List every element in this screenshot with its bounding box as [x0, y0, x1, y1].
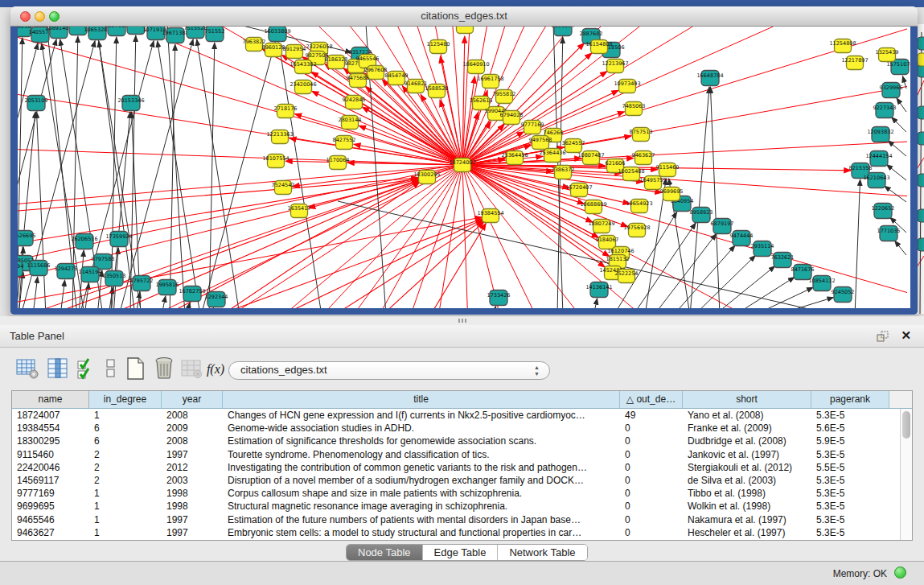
show-columns-icon[interactable]	[45, 356, 71, 382]
tab-network-table[interactable]: Network Table	[498, 545, 586, 560]
graph-node[interactable]: 16543382	[290, 60, 316, 74]
table-row[interactable]: 911546021997Tourette syndrome. Phenomeno…	[12, 448, 912, 461]
graph-node[interactable]: 1350513	[103, 271, 126, 286]
window-title-bar[interactable]: citations_edges.txt	[10, 6, 918, 27]
graph-node[interactable]: 1145194	[79, 267, 102, 282]
graph-edge[interactable]	[211, 307, 213, 308]
graph-node[interactable]: 9227343	[873, 103, 897, 118]
graph-node[interactable]: 7386372	[552, 166, 575, 179]
graph-node[interactable]: 9474444	[730, 231, 754, 246]
table-row[interactable]: 1938455462009Genome-wide association stu…	[12, 422, 912, 435]
column-header-out_de[interactable]: △ out_de…	[620, 391, 683, 408]
graph-edge[interactable]	[33, 277, 38, 308]
graph-node[interactable]: 9463627	[632, 151, 655, 165]
graph-node[interactable]: 19756928	[623, 224, 650, 237]
table-row[interactable]: 977716911998Corpus callosum shape and si…	[12, 487, 912, 500]
close-window-button[interactable]	[20, 11, 31, 22]
graph-node[interactable]: 18107554	[262, 154, 289, 168]
graph-node[interactable]: 1771035	[877, 226, 901, 241]
graph-node[interactable]: 19654923	[626, 200, 652, 213]
graph-node[interactable]: 6794028	[500, 111, 524, 125]
graph-edge[interactable]	[855, 179, 860, 308]
graph-edge[interactable]	[365, 87, 462, 165]
new-column-icon[interactable]	[122, 356, 148, 382]
column-header-title[interactable]: title	[223, 391, 620, 408]
graph-edge[interactable]	[462, 165, 467, 308]
column-header-short[interactable]: short	[683, 391, 811, 408]
graph-node[interactable]: 26206516	[71, 234, 97, 249]
table-mode-icon[interactable]	[14, 356, 40, 382]
graph-node[interactable]: 10807487	[577, 151, 604, 165]
graph-node[interactable]: 12093832	[867, 127, 893, 142]
graph-edge[interactable]	[18, 179, 418, 243]
graph-node[interactable]: 6879197	[711, 219, 734, 234]
graph-node[interactable]: 9699695	[660, 187, 684, 201]
tab-edge-table[interactable]: Edge Table	[423, 545, 499, 560]
graph-node[interactable]: 8813054	[552, 27, 575, 36]
graph-edge[interactable]	[493, 306, 496, 308]
graph-node[interactable]: 1795722	[130, 276, 154, 291]
close-panel-icon[interactable]: ✕	[901, 328, 911, 343]
graph-node[interactable]: 1995816	[156, 280, 179, 295]
graph-node[interactable]: 9777169	[521, 121, 544, 134]
graph-node[interactable]: 1635417	[288, 204, 311, 218]
graph-node[interactable]: 11254808	[829, 39, 856, 53]
graph-node[interactable]: 1325439	[876, 48, 899, 62]
graph-edge[interactable]	[290, 138, 462, 165]
minimize-window-button[interactable]	[35, 11, 45, 22]
graph-node[interactable]: 751552	[205, 27, 225, 42]
graph-edge[interactable]	[383, 165, 462, 308]
graph-node[interactable]: 16210643	[863, 173, 889, 188]
graph-node[interactable]: 12444154	[865, 151, 892, 167]
graph-edge[interactable]	[440, 165, 462, 308]
divider-handle-icon[interactable]	[458, 319, 468, 323]
graph-node[interactable]: 2053109	[25, 96, 48, 111]
graph-node[interactable]: 1115686	[27, 261, 51, 276]
graph-node[interactable]: 1170064	[326, 156, 350, 170]
graph-edge[interactable]	[895, 241, 906, 255]
graph-edge[interactable]	[897, 98, 906, 112]
graph-edge[interactable]	[453, 27, 462, 165]
graph-node[interactable]: 1125480	[427, 40, 450, 54]
scrollbar-thumb[interactable]	[902, 411, 910, 439]
graph-edge[interactable]	[18, 150, 462, 165]
graph-node[interactable]: 1292344	[205, 292, 228, 307]
table-row[interactable]: 1830029562008Estimation of significance …	[12, 435, 912, 447]
function-builder-icon[interactable]: f(x)	[203, 356, 228, 382]
tab-node-table[interactable]: Node Table	[347, 545, 423, 560]
graph-node[interactable]: 10688609	[580, 200, 606, 214]
graph-node[interactable]: 9245052	[832, 287, 855, 303]
graph-node[interactable]: 20153346	[117, 96, 144, 111]
graph-edge[interactable]	[774, 298, 834, 308]
column-header-in_degree[interactable]: in_degree	[89, 391, 162, 408]
table-select-dropdown[interactable]: citations_edges.txt ▲▼	[228, 361, 550, 380]
split-pane-divider[interactable]	[0, 316, 924, 325]
graph-node[interactable]: 391594	[18, 262, 23, 277]
graph-node[interactable]: 7515528	[184, 27, 207, 39]
graph-node[interactable]: 1572302	[454, 27, 477, 34]
graph-node[interactable]: 1294275	[55, 264, 78, 279]
graph-node[interactable]: 18640910	[462, 60, 489, 74]
graph-node[interactable]: 12213363	[266, 130, 293, 144]
row-height-icon[interactable]	[98, 356, 124, 382]
graph-node[interactable]: 1588520	[425, 84, 449, 98]
column-header-pagerank[interactable]: pagerank	[811, 391, 889, 408]
table-row[interactable]: 1456911722003Disruption of a novel membe…	[12, 474, 912, 487]
graph-edge[interactable]	[885, 186, 906, 202]
table-row[interactable]: 1872400712008Changes of HCN gene express…	[12, 409, 912, 422]
table-row[interactable]: 946554611997Estimation of the future num…	[12, 513, 912, 526]
zoom-window-button[interactable]	[49, 11, 60, 22]
graph-edge[interactable]	[673, 245, 735, 308]
graph-node[interactable]: 7632621	[771, 253, 795, 268]
graph-edge[interactable]	[593, 299, 598, 308]
graph-node[interactable]: 17359924	[105, 232, 132, 247]
graph-node[interactable]: 8427552	[333, 136, 356, 150]
graph-node[interactable]: 7485063	[622, 102, 646, 116]
table-row[interactable]: 2242004622012Investigating the contribut…	[12, 461, 912, 474]
graph-node[interactable]: 8960128	[262, 43, 285, 57]
graph-node[interactable]: 15720407	[565, 183, 592, 197]
graph-node[interactable]: 7524542	[272, 181, 295, 195]
column-header-year[interactable]: year	[162, 391, 223, 408]
graph-node[interactable]: 8757513	[630, 128, 653, 142]
table-scrollbar[interactable]	[900, 409, 912, 541]
